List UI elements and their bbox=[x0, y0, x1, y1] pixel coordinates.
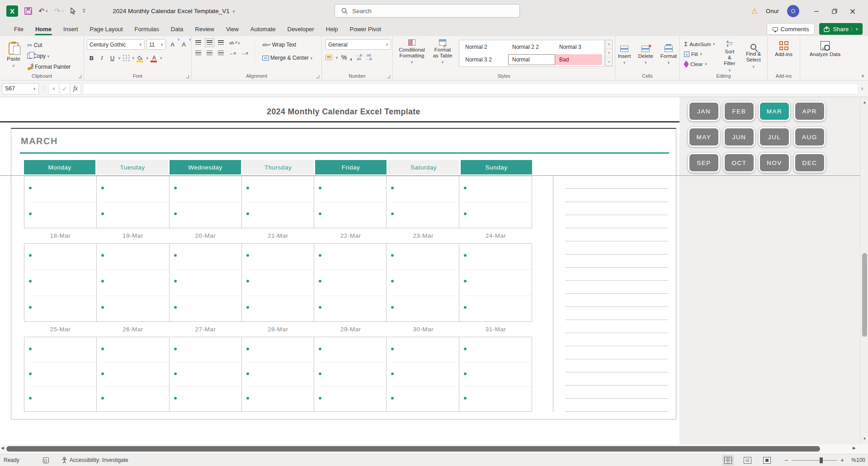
style-normal-3[interactable]: Normal 3 bbox=[555, 42, 602, 52]
autosum-button[interactable]: ΣAutoSum∨ bbox=[683, 39, 717, 49]
name-box[interactable]: S67 ∨ bbox=[2, 83, 39, 94]
tab-automate[interactable]: Automate bbox=[245, 23, 282, 36]
format-painter-button[interactable]: Format Painter bbox=[25, 62, 72, 72]
align-center-button[interactable] bbox=[207, 51, 212, 56]
scroll-left-icon[interactable]: ◀ bbox=[1, 446, 4, 450]
fill-color-button[interactable] bbox=[136, 53, 145, 63]
month-button-feb[interactable]: FEB bbox=[723, 101, 755, 121]
calendar-note-cell[interactable] bbox=[387, 202, 459, 228]
calendar-note-cell[interactable] bbox=[242, 337, 314, 362]
style-normal[interactable]: Normal bbox=[508, 54, 555, 65]
calendar-note-cell[interactable] bbox=[97, 176, 169, 202]
addins-button[interactable]: Add-ins bbox=[769, 40, 798, 58]
calendar-note-cell[interactable] bbox=[24, 244, 97, 269]
accessibility-status[interactable]: Accessibility: Investigate bbox=[61, 457, 128, 464]
undo-button[interactable]: ↶∨ bbox=[38, 7, 48, 15]
calendar-note-cell[interactable] bbox=[242, 176, 314, 202]
align-middle-button[interactable] bbox=[207, 40, 212, 45]
calendar-note-cell[interactable] bbox=[459, 244, 532, 269]
month-button-nov[interactable]: NOV bbox=[759, 153, 790, 173]
record-macro-icon[interactable] bbox=[43, 457, 49, 463]
month-button-may[interactable]: MAY bbox=[688, 127, 720, 147]
increase-decimal-button[interactable]: ←.0.00 bbox=[355, 54, 362, 61]
calendar-note-cell[interactable] bbox=[387, 269, 459, 295]
calendar-note-cell[interactable] bbox=[24, 386, 97, 411]
cancel-entry-button[interactable]: × bbox=[48, 83, 59, 94]
month-button-oct[interactable]: OCT bbox=[723, 153, 755, 173]
horizontal-scroll-thumb[interactable] bbox=[6, 446, 820, 452]
calendar-note-cell[interactable] bbox=[314, 337, 387, 362]
comma-style-button[interactable]: , bbox=[350, 53, 352, 61]
calendar-note-cell[interactable] bbox=[170, 337, 242, 362]
paste-button[interactable]: Paste ∨ bbox=[2, 38, 25, 72]
zoom-slider[interactable] bbox=[792, 460, 837, 461]
month-button-sep[interactable]: SEP bbox=[688, 153, 720, 173]
tab-insert[interactable]: Insert bbox=[57, 23, 84, 36]
month-button-apr[interactable]: APR bbox=[794, 101, 826, 121]
save-button[interactable] bbox=[24, 7, 32, 15]
avatar[interactable]: O bbox=[787, 5, 799, 17]
month-button-jul[interactable]: JUL bbox=[759, 127, 790, 147]
analyze-data-button[interactable]: Analyze Data bbox=[806, 40, 844, 58]
align-top-button[interactable] bbox=[195, 40, 201, 45]
calendar-note-cell[interactable] bbox=[97, 202, 169, 228]
gallery-more-icon[interactable]: ≡ bbox=[606, 57, 612, 66]
month-button-aug[interactable]: AUG bbox=[794, 127, 826, 147]
tab-page-layout[interactable]: Page Layout bbox=[84, 23, 129, 36]
font-name-select[interactable]: Century Gothic∨ bbox=[87, 39, 145, 50]
copy-button[interactable]: Copy∨ bbox=[25, 51, 72, 61]
style-normal-3-2[interactable]: Normal 3 2 bbox=[461, 54, 508, 65]
calendar-note-cell[interactable] bbox=[387, 386, 459, 411]
style-normal-2[interactable]: Normal 2 bbox=[461, 42, 508, 52]
calendar-note-cell[interactable] bbox=[387, 337, 459, 362]
tab-help[interactable]: Help bbox=[320, 23, 344, 36]
calendar-note-cell[interactable] bbox=[242, 244, 314, 269]
formula-input[interactable] bbox=[83, 83, 858, 94]
month-button-dec[interactable]: DEC bbox=[794, 153, 826, 173]
underline-button[interactable]: U bbox=[108, 53, 117, 63]
find-select-button[interactable]: Find & Select ∨ bbox=[742, 39, 764, 73]
wrap-text-button[interactable]: ab↩ Wrap Text bbox=[260, 40, 315, 49]
zoom-in-button[interactable]: + bbox=[840, 457, 844, 464]
calendar-note-cell[interactable] bbox=[387, 176, 459, 202]
page-layout-view-button[interactable] bbox=[744, 457, 751, 464]
format-as-table-button[interactable]: Format as Table ∨ bbox=[429, 38, 456, 66]
cut-button[interactable]: ✂Cut bbox=[25, 40, 72, 50]
clear-button[interactable]: Clear∨ bbox=[683, 59, 717, 69]
gallery-up-icon[interactable]: ∧ bbox=[606, 40, 612, 49]
calendar-note-cell[interactable] bbox=[97, 337, 169, 362]
tab-data[interactable]: Data bbox=[165, 23, 189, 36]
calendar-note-cell[interactable] bbox=[97, 244, 169, 269]
align-left-button[interactable] bbox=[195, 51, 201, 56]
month-button-mar[interactable]: MAR bbox=[759, 101, 790, 121]
style-normal-2-2[interactable]: Normal 2 2 bbox=[508, 42, 555, 52]
style-bad[interactable]: Bad bbox=[555, 54, 602, 65]
calendar-note-cell[interactable] bbox=[170, 296, 242, 321]
calendar-note-cell[interactable] bbox=[314, 269, 387, 295]
confirm-entry-button[interactable]: ✓ bbox=[59, 83, 70, 94]
month-button-jan[interactable]: JAN bbox=[688, 101, 720, 121]
search-box[interactable]: Search bbox=[335, 4, 520, 18]
delete-cells-button[interactable]: Delete ∨ bbox=[635, 38, 656, 72]
calendar-note-cell[interactable] bbox=[242, 269, 314, 295]
calendar-note-cell[interactable] bbox=[97, 362, 169, 387]
calendar-note-cell[interactable] bbox=[97, 269, 169, 295]
accounting-format-icon[interactable] bbox=[326, 55, 332, 60]
pointer-mode-button[interactable] bbox=[71, 8, 76, 15]
insert-cells-button[interactable]: Insert ∨ bbox=[615, 38, 634, 72]
increase-indent-button[interactable]: →≡ bbox=[241, 51, 248, 56]
calendar-note-cell[interactable] bbox=[387, 296, 459, 321]
calendar-note-cell[interactable] bbox=[314, 296, 387, 321]
borders-button[interactable] bbox=[122, 53, 131, 63]
calendar-note-cell[interactable] bbox=[97, 296, 169, 321]
calendar-note-cell[interactable] bbox=[459, 296, 532, 321]
bold-button[interactable]: B bbox=[87, 53, 96, 63]
font-dialog-launcher[interactable] bbox=[186, 75, 189, 78]
number-dialog-launcher[interactable] bbox=[387, 75, 390, 78]
calendar-note-cell[interactable] bbox=[170, 244, 242, 269]
vertical-scrollbar[interactable]: ▲ ▼ bbox=[860, 97, 868, 444]
calendar-note-cell[interactable] bbox=[242, 202, 314, 228]
italic-button[interactable]: I bbox=[97, 53, 107, 63]
calendar-note-cell[interactable] bbox=[459, 386, 532, 411]
format-cells-button[interactable]: Format ∨ bbox=[657, 38, 680, 72]
